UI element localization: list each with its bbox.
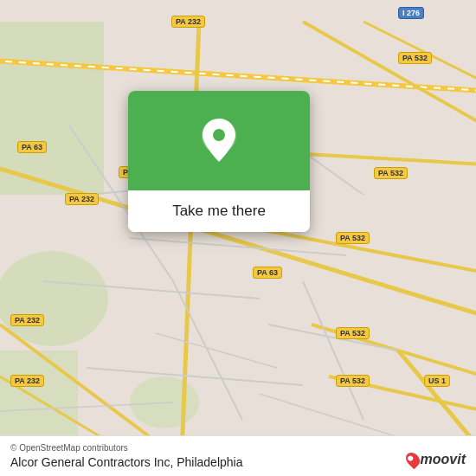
- map-roads: [0, 0, 476, 476]
- svg-line-28: [156, 333, 277, 368]
- road-badge-pa532-top: PA 532: [398, 52, 432, 64]
- road-badge-pa532-bot1: PA 532: [336, 327, 370, 339]
- svg-line-23: [303, 281, 363, 420]
- location-pin-icon: [198, 117, 240, 165]
- road-badge-pa232-bot2: PA 232: [10, 375, 44, 387]
- road-badge-i276: I 276: [398, 7, 424, 19]
- road-badge-pa232-bot1: PA 232: [10, 314, 44, 326]
- road-badge-pa532-mid1: PA 532: [374, 167, 408, 179]
- road-badge-pa232-mid: PA 232: [65, 193, 99, 205]
- road-badge-pa63-mid: PA 63: [253, 267, 282, 279]
- map-container: PA 232 I 276 PA 532 PA 63 PA PA 232 PA 5…: [0, 0, 476, 476]
- osm-credit: © OpenStreetMap contributors: [10, 443, 466, 453]
- road-badge-pa532-bot2: PA 532: [336, 375, 370, 387]
- svg-point-30: [213, 129, 225, 141]
- road-badge-pa63-left: PA 63: [17, 141, 47, 153]
- bottom-bar: © OpenStreetMap contributors Alcor Gener…: [0, 435, 476, 476]
- moovit-logo: moovit: [407, 452, 466, 467]
- svg-line-7: [303, 22, 476, 125]
- svg-rect-0: [0, 22, 104, 195]
- take-me-there-popup[interactable]: Take me there: [128, 91, 310, 232]
- location-title: Alcor General Contractors Inc, Philadelp…: [10, 455, 466, 469]
- road-badge-pa532-mid2: PA 532: [336, 232, 370, 244]
- moovit-text: moovit: [421, 452, 466, 467]
- moovit-pin-icon: [402, 450, 422, 470]
- svg-line-27: [260, 394, 398, 437]
- popup-green-header: [128, 91, 310, 190]
- svg-line-25: [268, 325, 398, 351]
- take-me-there-label[interactable]: Take me there: [128, 190, 310, 232]
- svg-line-21: [87, 368, 303, 385]
- svg-point-1: [0, 251, 108, 346]
- road-badge-pa232-top: PA 232: [171, 16, 205, 28]
- road-badge-us1: US 1: [424, 375, 450, 387]
